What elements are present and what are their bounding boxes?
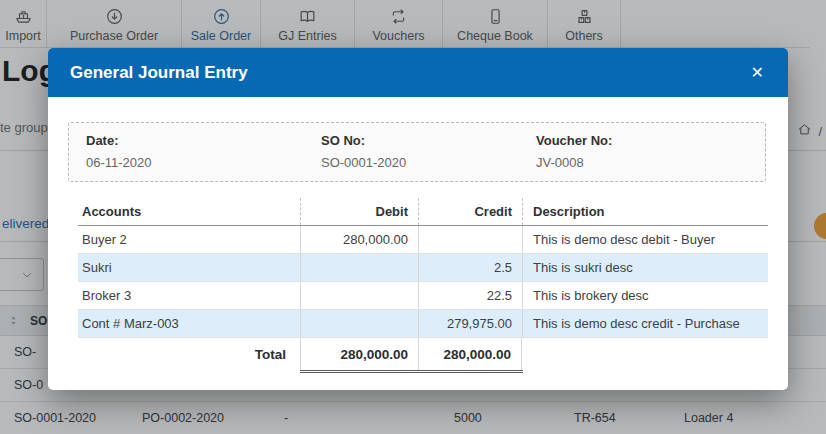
cell-debit <box>300 254 418 281</box>
column-header-credit: Credit <box>418 198 522 225</box>
journal-row: Buyer 2 280,000.00 This is demo desc deb… <box>78 226 768 254</box>
column-header-debit: Debit <box>300 198 418 225</box>
close-icon[interactable]: ✕ <box>751 65 764 81</box>
voucher-no-value: JV-0008 <box>536 155 612 170</box>
cell-description: This is demo desc debit - Buyer <box>522 226 768 253</box>
info-voucher-no: Voucher No: JV-0008 <box>536 133 612 170</box>
column-header-accounts: Accounts <box>78 204 300 219</box>
so-no-label: SO No: <box>321 133 406 148</box>
date-label: Date: <box>86 133 152 148</box>
cell-description: This is demo desc credit - Purchase <box>522 310 768 337</box>
cell-description: This is brokery desc <box>522 282 768 309</box>
total-double-underline <box>300 370 523 373</box>
journal-row: Sukri 2.5 This is sukri desc <box>78 254 768 282</box>
screen: Import Purchase Order Sale Order GJ Entr… <box>0 0 826 434</box>
cell-credit: 2.5 <box>418 254 522 281</box>
cell-debit: 280,000.00 <box>300 226 418 253</box>
cell-description: This is sukri desc <box>522 254 768 281</box>
info-date: Date: 06-11-2020 <box>86 133 152 170</box>
cell-debit <box>300 282 418 309</box>
journal-row: Cont # Marz-003 279,975.00 This is demo … <box>78 310 768 338</box>
total-label: Total <box>78 347 300 362</box>
journal-total-row: Total 280,000.00 280,000.00 <box>78 338 768 370</box>
info-so-no: SO No: SO-0001-2020 <box>321 133 406 170</box>
cell-account: Broker 3 <box>78 288 300 303</box>
date-value: 06-11-2020 <box>86 155 152 170</box>
journal-row: Broker 3 22.5 This is brokery desc <box>78 282 768 310</box>
modal-header: General Journal Entry ✕ <box>48 48 788 97</box>
column-header-description: Description <box>522 198 768 225</box>
modal-title: General Journal Entry <box>70 63 248 83</box>
voucher-info-box: Date: 06-11-2020 SO No: SO-0001-2020 Vou… <box>68 122 766 182</box>
journal-entries-table: Accounts Debit Credit Description Buyer … <box>78 198 768 373</box>
cell-debit <box>300 310 418 337</box>
total-debit: 280,000.00 <box>300 338 418 370</box>
cell-account: Sukri <box>78 260 300 275</box>
cell-account: Buyer 2 <box>78 232 300 247</box>
cell-account: Cont # Marz-003 <box>78 316 300 331</box>
cell-credit: 22.5 <box>418 282 522 309</box>
cell-credit <box>418 226 522 253</box>
so-no-value: SO-0001-2020 <box>321 155 406 170</box>
general-journal-entry-modal: General Journal Entry ✕ Date: 06-11-2020… <box>48 48 788 390</box>
journal-table-header: Accounts Debit Credit Description <box>78 198 768 226</box>
voucher-no-label: Voucher No: <box>536 133 612 148</box>
cell-credit: 279,975.00 <box>418 310 522 337</box>
total-credit: 280,000.00 <box>418 338 522 370</box>
